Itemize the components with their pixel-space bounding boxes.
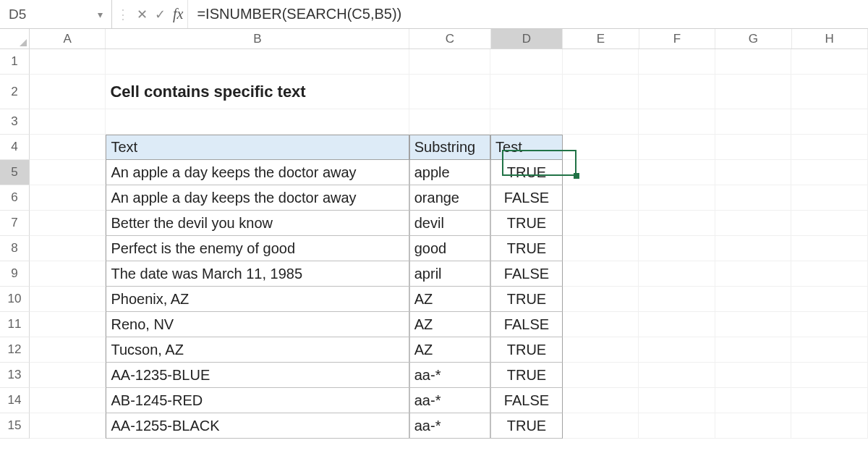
col-header-h[interactable]: H <box>792 29 868 48</box>
cell-a15[interactable] <box>30 413 106 439</box>
cell-substring[interactable]: AZ <box>409 337 490 363</box>
cell-test[interactable]: TRUE <box>490 413 563 439</box>
cell-e6[interactable] <box>563 185 639 211</box>
cell-f4[interactable] <box>639 135 715 160</box>
header-substring[interactable]: Substring <box>409 135 490 160</box>
col-header-e[interactable]: E <box>563 29 639 48</box>
cell-text[interactable]: Tucson, AZ <box>106 337 409 363</box>
formula-input[interactable]: =ISNUMBER(SEARCH(C5,B5)) <box>187 0 868 28</box>
cell-f15[interactable] <box>639 413 715 439</box>
col-header-a[interactable]: A <box>30 29 106 48</box>
cell-f11[interactable] <box>639 312 715 337</box>
cell-substring[interactable]: aa-* <box>409 388 490 413</box>
cell-text[interactable]: The date was March 11, 1985 <box>106 261 409 287</box>
cell-g3[interactable] <box>715 109 792 135</box>
cell-substring[interactable]: aa-* <box>409 363 490 388</box>
cell-test[interactable]: FALSE <box>490 185 563 211</box>
cell-g10[interactable] <box>715 287 792 312</box>
cell-h10[interactable] <box>791 287 868 312</box>
cell-a11[interactable] <box>30 312 106 337</box>
row-header-8[interactable]: 8 <box>0 236 30 261</box>
cell-e2[interactable] <box>563 75 639 109</box>
cell-b3[interactable] <box>106 109 409 135</box>
cell-e13[interactable] <box>563 363 639 388</box>
col-header-f[interactable]: F <box>639 29 715 48</box>
cell-test[interactable]: TRUE <box>490 236 563 261</box>
cell-substring[interactable]: AZ <box>409 312 490 337</box>
row-header-3[interactable]: 3 <box>0 109 30 135</box>
cell-f13[interactable] <box>639 363 715 388</box>
cell-e10[interactable] <box>563 287 639 312</box>
cell-f9[interactable] <box>639 261 715 287</box>
cell-substring[interactable]: good <box>409 236 490 261</box>
cell-test[interactable]: TRUE <box>490 287 563 312</box>
cell-f3[interactable] <box>639 109 715 135</box>
cell-c3[interactable] <box>409 109 490 135</box>
cell-h5[interactable] <box>791 160 868 185</box>
cell-g15[interactable] <box>715 413 792 439</box>
cell-a5[interactable] <box>30 160 106 185</box>
cell-f10[interactable] <box>639 287 715 312</box>
cell-h14[interactable] <box>791 388 868 413</box>
cell-e14[interactable] <box>563 388 639 413</box>
cell-g4[interactable] <box>715 135 792 160</box>
cell-d2[interactable] <box>490 75 563 109</box>
cell-h11[interactable] <box>791 312 868 337</box>
cell-g5[interactable] <box>715 160 792 185</box>
row-header-9[interactable]: 9 <box>0 261 30 287</box>
cell-d3[interactable] <box>490 109 563 135</box>
cell-f14[interactable] <box>639 388 715 413</box>
cell-e4[interactable] <box>563 135 639 160</box>
cell-h3[interactable] <box>791 109 868 135</box>
row-header-14[interactable]: 14 <box>0 388 30 413</box>
select-all-corner[interactable] <box>0 29 30 48</box>
cell-e8[interactable] <box>563 236 639 261</box>
chevron-down-icon[interactable]: ▾ <box>98 9 103 20</box>
cell-d1[interactable] <box>490 49 563 75</box>
cell-e12[interactable] <box>563 337 639 363</box>
cell-g1[interactable] <box>715 49 792 75</box>
cell-h8[interactable] <box>791 236 868 261</box>
cell-substring[interactable]: apple <box>409 160 490 185</box>
cell-c1[interactable] <box>409 49 490 75</box>
cell-a10[interactable] <box>30 287 106 312</box>
col-header-d[interactable]: D <box>491 29 563 48</box>
cell-e1[interactable] <box>563 49 639 75</box>
row-header-10[interactable]: 10 <box>0 287 30 312</box>
cell-g12[interactable] <box>715 337 792 363</box>
col-header-b[interactable]: B <box>106 29 409 48</box>
col-header-g[interactable]: G <box>715 29 791 48</box>
cell-f12[interactable] <box>639 337 715 363</box>
cell-a3[interactable] <box>30 109 106 135</box>
cell-e9[interactable] <box>563 261 639 287</box>
cell-substring[interactable]: aa-* <box>409 413 490 439</box>
cell-e7[interactable] <box>563 211 639 236</box>
cell-f7[interactable] <box>639 211 715 236</box>
cell-text[interactable]: An apple a day keeps the doctor away <box>106 185 409 211</box>
cell-test[interactable]: FALSE <box>490 261 563 287</box>
cell-c2[interactable] <box>409 75 490 109</box>
cell-test[interactable]: FALSE <box>490 312 563 337</box>
cell-a1[interactable] <box>30 49 106 75</box>
cell-a12[interactable] <box>30 337 106 363</box>
cell-a4[interactable] <box>30 135 106 160</box>
row-header-4[interactable]: 4 <box>0 135 30 160</box>
cell-h12[interactable] <box>791 337 868 363</box>
cell-text[interactable]: AB-1245-RED <box>106 388 409 413</box>
cell-g7[interactable] <box>715 211 792 236</box>
cell-text[interactable]: Reno, NV <box>106 312 409 337</box>
cell-test[interactable]: TRUE <box>490 211 563 236</box>
cell-text[interactable]: Perfect is the enemy of good <box>106 236 409 261</box>
cell-h6[interactable] <box>791 185 868 211</box>
cell-e11[interactable] <box>563 312 639 337</box>
cell-g2[interactable] <box>715 75 792 109</box>
row-header-13[interactable]: 13 <box>0 363 30 388</box>
cell-f5[interactable] <box>639 160 715 185</box>
cell-e3[interactable] <box>563 109 639 135</box>
cell-a13[interactable] <box>30 363 106 388</box>
cell-f1[interactable] <box>639 49 715 75</box>
cell-text[interactable]: Better the devil you know <box>106 211 409 236</box>
cell-g14[interactable] <box>715 388 792 413</box>
cell-test[interactable]: TRUE <box>490 337 563 363</box>
row-header-2[interactable]: 2 <box>0 75 30 109</box>
